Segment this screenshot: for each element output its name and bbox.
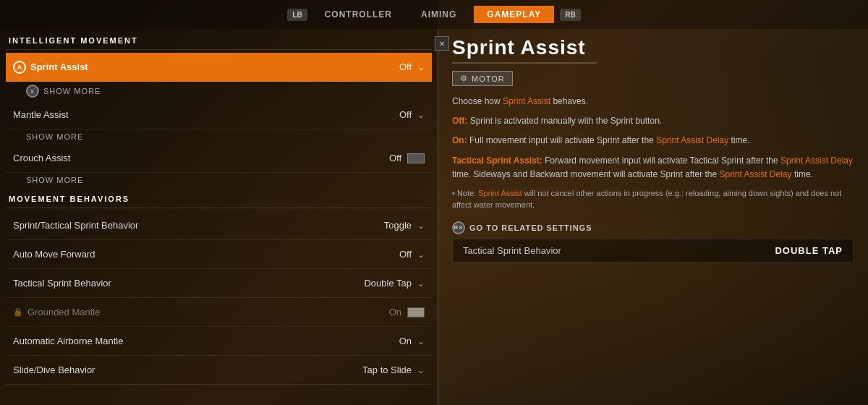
sprint-tactical-value: Toggle ⌄ xyxy=(384,220,425,231)
on-text: On: Full movement input will activate Sp… xyxy=(452,134,854,148)
chevron-down-icon-4: ⌄ xyxy=(417,250,425,260)
mantle-assist-row[interactable]: Mantle Assist Off ⌄ xyxy=(6,101,432,129)
chevron-down-icon-7: ⌄ xyxy=(417,365,425,375)
chevron-down-icon-2: ⌄ xyxy=(417,110,425,120)
note-text: • Note: Sprint Assist will not cancel ot… xyxy=(452,187,854,211)
slide-dive-row[interactable]: Slide/Dive Behavior Tap to Slide ⌄ xyxy=(6,356,432,385)
intro-text: Choose how Sprint Assist behaves. xyxy=(452,95,854,108)
slide-dive-label: Slide/Dive Behavior xyxy=(13,364,95,375)
nav-tab-aiming[interactable]: AIMING xyxy=(409,7,468,22)
show-more-2[interactable]: SHOW MORE xyxy=(6,129,432,144)
left-panel: INTELLIGENT MOVEMENT A Sprint Assist Off… xyxy=(0,0,438,405)
chevron-down-icon-3: ⌄ xyxy=(417,221,425,231)
grounded-mantle-label: 🔒 Grounded Mantle xyxy=(13,307,100,317)
right-panel: Sprint Assist ⚙ MOTOR Choose how Sprint … xyxy=(438,0,868,405)
sprint-tactical-label: Sprint/Tactical Sprint Behavior xyxy=(13,220,138,231)
airborne-mantle-label: Automatic Airborne Mantle xyxy=(13,336,123,346)
crouch-assist-label: Crouch Assist xyxy=(13,153,70,163)
close-button[interactable]: ✕ xyxy=(435,36,449,51)
auto-move-value: Off ⌄ xyxy=(399,249,425,260)
nav-rb-btn[interactable]: RB xyxy=(560,9,580,21)
mantle-assist-label: Mantle Assist xyxy=(13,109,69,120)
panel-divider xyxy=(438,29,438,405)
section-intelligent-movement: INTELLIGENT MOVEMENT xyxy=(6,29,432,50)
toggle-off-icon xyxy=(407,153,425,163)
tactical-text: Tactical Sprint Assist: Forward movement… xyxy=(452,154,854,182)
motor-icon: ⚙ xyxy=(460,74,468,83)
mantle-assist-value: Off ⌄ xyxy=(399,109,425,120)
slide-dive-value: Tap to Slide ⌄ xyxy=(362,364,425,375)
sprint-assist-label: A Sprint Assist xyxy=(13,61,88,74)
sprint-assist-value: Off ⌄ xyxy=(399,61,425,72)
go-related-settings[interactable]: RS GO TO RELATED SETTINGS xyxy=(452,221,854,234)
lock-icon: 🔒 xyxy=(13,307,23,317)
sprint-tactical-row[interactable]: Sprint/Tactical Sprint Behavior Toggle ⌄ xyxy=(6,211,432,240)
help-title: Sprint Assist xyxy=(452,36,854,59)
grounded-mantle-value: On xyxy=(389,307,425,317)
grounded-mantle-row: 🔒 Grounded Mantle On xyxy=(6,298,432,327)
tactical-sprint-label: Tactical Sprint Behavior xyxy=(13,278,111,289)
chevron-down-icon-6: ⌄ xyxy=(417,336,425,346)
nav-tab-gameplay[interactable]: GAMEPLAY xyxy=(474,6,554,23)
crouch-assist-value: Off xyxy=(389,153,425,163)
chevron-down-icon-5: ⌄ xyxy=(417,278,425,289)
main-content: INTELLIGENT MOVEMENT A Sprint Assist Off… xyxy=(0,0,868,405)
airborne-mantle-row[interactable]: Automatic Airborne Mantle On ⌄ xyxy=(6,327,432,356)
nav-tab-controller[interactable]: CONTROLLER xyxy=(313,7,404,22)
top-nav: LB CONTROLLER AIMING GAMEPLAY RB xyxy=(0,0,868,29)
auto-move-label: Auto Move Forward xyxy=(13,249,95,260)
show-more-3[interactable]: SHOW MORE xyxy=(6,173,432,187)
related-value: DOUBLE TAP xyxy=(775,245,843,256)
x-button-badge: X xyxy=(26,85,39,98)
tactical-sprint-row[interactable]: Tactical Sprint Behavior Double Tap ⌄ xyxy=(6,269,432,298)
toggle-on-icon xyxy=(407,307,425,317)
auto-move-row[interactable]: Auto Move Forward Off ⌄ xyxy=(6,240,432,269)
related-setting-row[interactable]: Tactical Sprint Behavior DOUBLE TAP xyxy=(452,239,854,263)
motor-badge: ⚙ MOTOR xyxy=(452,71,513,86)
sprint-assist-row[interactable]: A Sprint Assist Off ⌄ xyxy=(6,53,432,82)
related-label: Tactical Sprint Behavior xyxy=(463,245,561,256)
chevron-down-icon: ⌄ xyxy=(417,62,425,72)
section-movement-behaviors: MOVEMENT BEHAVIORS xyxy=(6,187,432,208)
tactical-sprint-value: Double Tap ⌄ xyxy=(364,278,425,289)
crouch-assist-row[interactable]: Crouch Assist Off xyxy=(6,144,432,173)
a-button-badge: A xyxy=(13,61,26,74)
off-text: Off: Sprint is activated manually with t… xyxy=(452,114,854,128)
show-more-1[interactable]: X SHOW MORE xyxy=(6,82,432,101)
rs-badge: RS xyxy=(452,221,465,234)
help-title-underline xyxy=(452,62,597,64)
nav-lb-btn[interactable]: LB xyxy=(287,9,307,21)
airborne-mantle-value: On ⌄ xyxy=(399,336,425,346)
